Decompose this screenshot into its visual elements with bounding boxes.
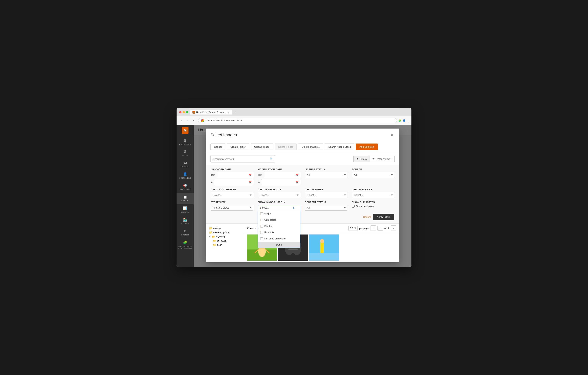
calendar-icon-3[interactable]: 📅	[295, 174, 299, 176]
sidebar-item-content[interactable]: ▣ CONTENT	[177, 193, 194, 204]
uploaded-date-group: Uploaded Date from 📅 to	[211, 168, 253, 185]
dropdown-item-categories[interactable]: Categories	[258, 217, 300, 223]
dropdown-item-pages[interactable]: Pages	[258, 210, 300, 217]
cancel-button[interactable]: Cancel	[210, 143, 225, 150]
browser-tab-active[interactable]: M Home Page / Pages / Element... ×	[190, 110, 232, 114]
content-status-label: Content Status	[305, 201, 347, 204]
reload-button[interactable]: ↻	[192, 118, 197, 123]
uploaded-date-to-input[interactable]: 📅	[214, 179, 253, 185]
folder-item-gear[interactable]: 📁 gear	[209, 243, 241, 247]
svg-point-14	[320, 239, 324, 243]
dashboard-icon: ⊞	[184, 138, 187, 143]
sidebar-item-system[interactable]: ⚙ SYSTEM	[177, 227, 194, 238]
upload-image-button[interactable]: Upload Image	[251, 143, 273, 150]
image-thumbnail-3[interactable]	[309, 234, 339, 261]
sidebar-item-catalog[interactable]: 🏷 CATALOG	[177, 159, 194, 170]
browser-nav: ‹ › ↻ Zoek met Google of voer een URL in…	[177, 116, 411, 125]
uploaded-date-from-input[interactable]: 📅	[217, 172, 253, 178]
not-used-checkbox[interactable]	[260, 237, 263, 240]
close-traffic-light[interactable]	[179, 111, 181, 113]
products-checkbox[interactable]	[260, 231, 263, 234]
blocks-checkbox[interactable]	[260, 225, 263, 228]
modification-date-to-input[interactable]: 📅	[261, 179, 300, 185]
folder-item-collection[interactable]: 📁 collection	[209, 239, 241, 243]
delete-folder-button[interactable]: Delete Folder	[275, 143, 297, 150]
forward-button[interactable]: ›	[185, 118, 190, 123]
extensions-icon[interactable]: 🧩	[398, 119, 401, 122]
source-label: Source	[352, 168, 395, 171]
used-in-products-select[interactable]: Select...	[258, 192, 300, 198]
calendar-icon-1[interactable]: 📅	[249, 174, 252, 176]
sidebar-item-dashboard[interactable]: ⊞ DASHBOARD	[177, 136, 194, 147]
pages-checkbox[interactable]	[260, 212, 263, 215]
tab-close-button[interactable]: ×	[227, 111, 230, 114]
sidebar-item-reports[interactable]: 📊 REPORTS	[177, 204, 194, 215]
back-button[interactable]: ‹	[179, 118, 184, 123]
sidebar-item-marketing[interactable]: 📢 MARKETING	[177, 181, 194, 193]
sidebar-item-customers[interactable]: 👤 CUSTOMERS	[177, 170, 194, 181]
image-svg-3	[309, 234, 339, 261]
show-images-select-trigger[interactable]: Select... ▲	[258, 205, 300, 210]
per-page-select[interactable]: 32	[348, 226, 358, 231]
filters-tab-label: Filters	[360, 157, 367, 160]
profile-icon[interactable]: 👤	[403, 119, 406, 122]
modal-close-button[interactable]: ×	[389, 132, 395, 138]
content-icon: ▣	[184, 195, 187, 199]
license-status-label: License Status	[305, 168, 347, 171]
from-label-1: from	[211, 174, 215, 176]
search-adobe-stock-button[interactable]: Search Adobe Stock	[325, 143, 354, 150]
filter-cancel-button[interactable]: Cancel	[363, 216, 370, 218]
used-in-blocks-select[interactable]: Select...	[352, 192, 395, 198]
create-folder-button[interactable]: Create Folder	[227, 143, 249, 150]
show-images-dropdown: Pages Categories Blocks	[258, 210, 300, 248]
folder-item-catalog[interactable]: 📁 catalog	[209, 226, 241, 230]
license-status-select[interactable]: All Licensed Unlicensed	[305, 172, 347, 178]
calendar-icon-2[interactable]: 📅	[249, 181, 252, 184]
sidebar-item-find-partners[interactable]: 🧩 FIND PARTNERS & EXTENSIONS	[177, 238, 194, 251]
uploaded-date-to-row: to 📅	[211, 179, 253, 185]
store-view-select[interactable]: All Store Views Default Store View	[211, 205, 253, 211]
calendar-icon-4[interactable]: 📅	[295, 181, 299, 184]
dropdown-done-button[interactable]: Done	[258, 242, 300, 248]
sidebar-item-sales[interactable]: $ SALES	[177, 147, 194, 159]
default-view-tab[interactable]: 👁 Default View ▾	[370, 156, 395, 162]
search-input[interactable]	[211, 156, 268, 162]
minimize-traffic-light[interactable]	[183, 111, 185, 113]
modification-date-from-input[interactable]: 📅	[264, 172, 300, 178]
prev-page-button[interactable]: ‹	[370, 225, 376, 231]
maximize-traffic-light[interactable]	[186, 111, 188, 113]
used-in-categories-select[interactable]: Select...	[211, 192, 253, 198]
apply-filters-button[interactable]: Apply Filters	[373, 214, 394, 220]
categories-checkbox[interactable]	[260, 219, 263, 221]
search-button[interactable]: 🔍	[268, 155, 275, 162]
content-status-select[interactable]: All Enabled Disabled	[305, 205, 347, 211]
delete-images-button[interactable]: Delete Images...	[298, 143, 323, 150]
sidebar-label-dashboard: DASHBOARD	[179, 143, 191, 145]
browser-tabs: M Home Page / Pages / Element... × +	[190, 110, 409, 114]
folder-item-custom-options[interactable]: 📁 custom_options	[209, 230, 241, 234]
chevron-down-icon: ▾	[391, 158, 392, 160]
to-label-2: to	[258, 181, 260, 184]
dropdown-item-products[interactable]: Products	[258, 229, 300, 235]
dropdown-item-blocks[interactable]: Blocks	[258, 223, 300, 229]
add-selected-button[interactable]: Add Selected	[356, 143, 378, 150]
folder-item-wysiwyg[interactable]: ▼ 📂 wysiwyg	[209, 234, 241, 239]
filter-grid: Uploaded Date from 📅 to	[211, 168, 394, 211]
modification-date-group: Modification Date from 📅 to	[258, 168, 300, 185]
menu-icon[interactable]: ⋮	[407, 119, 409, 122]
new-tab-button[interactable]: +	[233, 110, 237, 114]
folder-name-wysiwyg: wysiwyg	[216, 235, 225, 238]
show-duplicates-checkbox[interactable]	[352, 205, 355, 208]
search-box: 🔍	[210, 155, 275, 163]
url-bar[interactable]: Zoek met Google of voer een URL in	[198, 118, 397, 123]
source-select[interactable]: All Adobe Stock Local	[352, 172, 395, 178]
next-page-button[interactable]: ›	[391, 225, 396, 231]
filters-tab[interactable]: ▼ Filters	[353, 156, 370, 162]
used-in-pages-select[interactable]: Select...	[305, 192, 347, 198]
folder-arrow-wysiwyg: ▼	[209, 236, 211, 238]
current-page[interactable]: 1	[377, 226, 383, 231]
used-in-pages-group: Used in Pages Select...	[305, 188, 347, 198]
dropdown-item-not-used[interactable]: Not used anywhere	[258, 235, 300, 242]
sidebar-item-stores[interactable]: 🏪 STORES	[177, 215, 194, 227]
folder-icon-catalog: 📁	[209, 227, 212, 230]
